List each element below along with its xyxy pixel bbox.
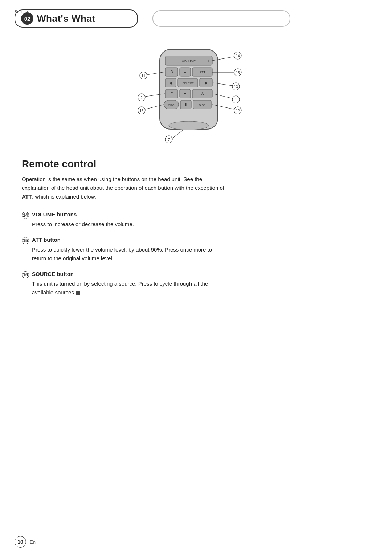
feature-title-15: ATT button: [32, 237, 61, 243]
feature-num-16: 16: [22, 271, 29, 278]
svg-text:7: 7: [168, 138, 170, 142]
feature-desc-16: This unit is turned on by selecting a so…: [22, 279, 225, 297]
feature-source-title-row: 16 SOURCE button: [22, 271, 370, 278]
section-title-box: 02 What's What: [15, 9, 138, 28]
svg-text:▼: ▼: [183, 91, 187, 96]
svg-text:1: 1: [235, 98, 237, 102]
svg-text:ATT: ATT: [200, 70, 206, 74]
remote-svg: VOLUME − + B ▲ ATT ◀ SELECT ▶: [120, 42, 272, 147]
feature-title-14: VOLUME buttons: [32, 211, 77, 217]
svg-text:F: F: [171, 92, 173, 96]
svg-text:SRC: SRC: [168, 103, 175, 107]
feature-title-16: SOURCE button: [32, 271, 74, 277]
feature-volume-title-row: 14 VOLUME buttons: [22, 211, 370, 219]
header-right-box: [152, 10, 290, 27]
svg-text:16: 16: [139, 109, 144, 113]
svg-text:B: B: [171, 70, 173, 74]
svg-line-45: [172, 130, 183, 138]
svg-text:+: +: [207, 58, 210, 64]
feature-volume: 14 VOLUME buttons Press to increase or d…: [22, 211, 370, 229]
svg-text:2: 2: [140, 96, 143, 100]
feature-num-15: 15: [22, 237, 29, 244]
svg-text:13: 13: [234, 85, 238, 89]
section-number: 02: [21, 12, 33, 25]
content-area: VOLUME − + B ▲ ATT ◀ SELECT ▶: [0, 28, 392, 319]
svg-text:VOLUME: VOLUME: [182, 60, 196, 63]
svg-text:15: 15: [236, 71, 240, 75]
svg-text:12: 12: [236, 109, 240, 113]
header: 02 What's What: [0, 3, 392, 28]
feature-desc-14: Press to increase or decrease the volume…: [22, 220, 225, 229]
att-bold: ATT: [22, 193, 32, 200]
svg-text:▶: ▶: [205, 81, 208, 85]
feature-num-14: 14: [22, 212, 29, 219]
feature-desc-15: Press to quickly lower the volume level,…: [22, 245, 225, 263]
remote-diagram: VOLUME − + B ▲ ATT ◀ SELECT ▶: [22, 42, 370, 147]
footer-language: En: [30, 539, 36, 545]
svg-text:⏸: ⏸: [184, 102, 188, 107]
svg-text:A: A: [201, 92, 204, 96]
page: Section 02 What's What VOLUME − +: [0, 3, 392, 555]
svg-text:◀: ◀: [169, 81, 172, 85]
feature-att-title-row: 15 ATT button: [22, 237, 370, 244]
rc-heading: Remote control: [22, 158, 370, 170]
section-title: What's What: [37, 13, 95, 24]
page-number: 10: [15, 536, 26, 548]
svg-text:▲: ▲: [183, 70, 187, 74]
footer: 10 En: [15, 536, 36, 548]
svg-text:DISP: DISP: [199, 103, 206, 107]
svg-point-29: [169, 121, 209, 130]
rc-description: Operation is the same as when using the …: [22, 175, 225, 201]
svg-text:SELECT: SELECT: [182, 82, 193, 85]
feature-source: 16 SOURCE button This unit is turned on …: [22, 271, 370, 297]
svg-text:−: −: [167, 58, 170, 64]
feature-att: 15 ATT button Press to quickly lower the…: [22, 237, 370, 263]
stop-icon: [76, 291, 80, 295]
section-label-text: Section: [15, 9, 28, 14]
svg-text:11: 11: [141, 74, 146, 78]
svg-text:14: 14: [236, 54, 240, 58]
